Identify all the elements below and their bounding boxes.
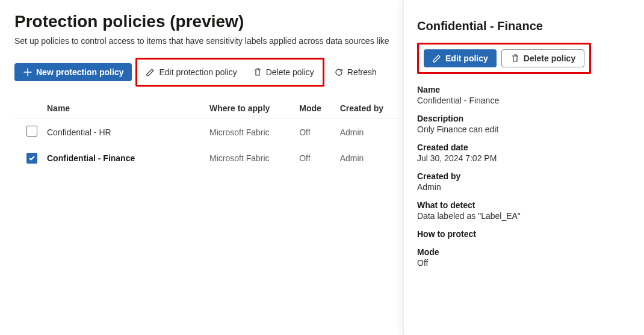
mode-cell: Off <box>294 118 335 146</box>
panel-delete-label: Delete policy <box>524 54 575 63</box>
page-title: Protection policies (preview) <box>14 12 403 31</box>
refresh-button[interactable]: Refresh <box>328 63 383 81</box>
row-checkbox[interactable] <box>26 153 37 164</box>
created-by-cell: Admin <box>335 146 403 171</box>
col-mode-header[interactable]: Mode <box>294 97 335 118</box>
detail-value: Jul 30, 2024 7:02 PM <box>417 153 631 163</box>
detail-value: Only Finance can edit <box>417 124 631 134</box>
detail-mode: Mode Off <box>417 247 631 268</box>
policy-table: Name Where to apply Mode Created by Conf… <box>14 97 403 171</box>
col-where-header[interactable]: Where to apply <box>205 97 294 118</box>
pencil-icon <box>432 54 442 63</box>
detail-label: What to detect <box>417 200 631 210</box>
detail-how-to-protect: How to protect <box>417 229 631 239</box>
refresh-label: Refresh <box>347 67 377 77</box>
where-cell: Microsoft Fabric <box>205 146 294 171</box>
col-created-by-header[interactable]: Created by <box>335 97 403 118</box>
created-by-cell: Admin <box>335 118 403 146</box>
detail-name: Name Confidential - Finance <box>417 85 631 105</box>
main-content: Protection policies (preview) Set up pol… <box>0 0 403 335</box>
detail-label: Created by <box>417 171 631 181</box>
toolbar-highlight: Edit protection policy Delete policy <box>135 58 324 87</box>
policy-name-cell: Confidential - Finance <box>47 153 135 163</box>
row-checkbox[interactable] <box>26 126 37 137</box>
new-policy-label: New protection policy <box>36 67 123 77</box>
col-name-header[interactable]: Name <box>42 97 205 118</box>
panel-actions-highlight: Edit policy Delete policy <box>417 43 591 74</box>
detail-value: Data labeled as "Label_EA" <box>417 211 631 221</box>
trash-icon <box>510 54 520 63</box>
detail-label: Description <box>417 114 631 123</box>
table-row[interactable]: Confidential - Finance Microsoft Fabric … <box>14 146 403 171</box>
policy-name-cell: Confidential - HR <box>47 128 111 137</box>
new-policy-button[interactable]: New protection policy <box>14 63 132 81</box>
panel-edit-label: Edit policy <box>445 54 488 63</box>
detail-created-by: Created by Admin <box>417 171 631 192</box>
panel-edit-button[interactable]: Edit policy <box>424 49 497 67</box>
table-row[interactable]: Confidential - HR Microsoft Fabric Off A… <box>14 118 403 146</box>
col-check-header <box>14 97 42 118</box>
where-cell: Microsoft Fabric <box>205 118 294 146</box>
toolbar: New protection policy Edit protection po… <box>14 58 403 87</box>
edit-policy-button[interactable]: Edit protection policy <box>140 63 243 81</box>
detail-value: Off <box>417 258 631 268</box>
page-subtitle: Set up policies to control access to ite… <box>14 36 403 46</box>
refresh-icon <box>334 67 344 77</box>
detail-label: Name <box>417 85 631 94</box>
mode-cell: Off <box>294 146 335 171</box>
delete-policy-button[interactable]: Delete policy <box>247 63 320 81</box>
detail-value: Confidential - Finance <box>417 96 631 105</box>
detail-what-to-detect: What to detect Data labeled as "Label_EA… <box>417 200 631 221</box>
edit-policy-label: Edit protection policy <box>159 67 237 77</box>
detail-created-date: Created date Jul 30, 2024 7:02 PM <box>417 143 631 163</box>
plus-icon <box>23 67 33 77</box>
pencil-icon <box>146 67 155 77</box>
trash-icon <box>253 67 262 77</box>
detail-label: Created date <box>417 143 631 152</box>
detail-description: Description Only Finance can edit <box>417 114 631 134</box>
detail-label: How to protect <box>417 229 631 239</box>
detail-label: Mode <box>417 247 631 257</box>
panel-title: Confidential - Finance <box>417 19 631 33</box>
delete-policy-label: Delete policy <box>266 67 314 77</box>
details-panel: Confidential - Finance Edit policy Delet… <box>403 0 644 335</box>
detail-value: Admin <box>417 182 631 192</box>
panel-delete-button[interactable]: Delete policy <box>501 49 584 67</box>
